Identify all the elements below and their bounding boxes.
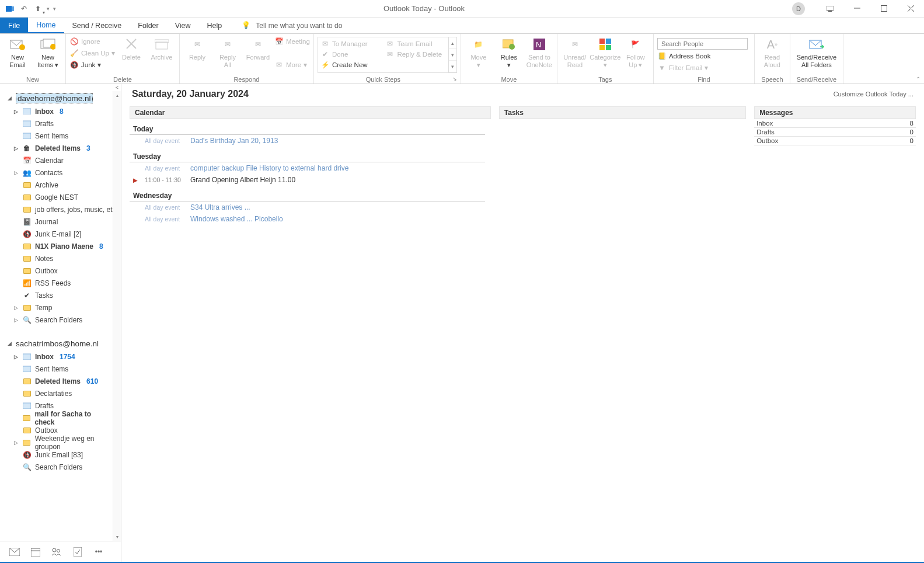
tab-view[interactable]: View bbox=[167, 18, 199, 33]
group-label-delete: Delete bbox=[69, 75, 176, 84]
forward-button[interactable]: ✉Forward bbox=[244, 35, 272, 61]
nav-collapse-icon[interactable]: < bbox=[116, 85, 118, 91]
folder-item[interactable]: Declartaties bbox=[0, 387, 121, 399]
message-summary-row[interactable]: Drafts0 bbox=[754, 128, 916, 137]
redo-icon[interactable]: ⬆▾ bbox=[33, 4, 43, 14]
folder-item[interactable]: 📶RSS Feeds bbox=[0, 277, 121, 289]
archive-icon bbox=[154, 36, 170, 53]
folder-item[interactable]: ▷Temp bbox=[0, 301, 121, 314]
folder-item[interactable]: Drafts bbox=[0, 117, 121, 130]
move-button[interactable]: 📁Move▾ bbox=[465, 35, 493, 68]
svg-rect-23 bbox=[599, 45, 605, 50]
folder-item[interactable]: Sent Items bbox=[0, 130, 121, 142]
reply-button[interactable]: ✉Reply bbox=[183, 35, 211, 61]
address-book-button[interactable]: 📒Address Book bbox=[657, 51, 751, 61]
calendar-event[interactable]: All day event Windows washed ... Picobel… bbox=[130, 213, 491, 225]
followup-button[interactable]: 🚩Follow Up ▾ bbox=[622, 35, 650, 68]
delete-button[interactable]: Delete bbox=[117, 35, 145, 61]
qs-reply-delete[interactable]: ✉Reply & Delete bbox=[385, 49, 446, 60]
folder-item[interactable]: ▷🗑Deleted Items3 bbox=[0, 142, 121, 154]
folder-item[interactable]: Google NEST bbox=[0, 191, 121, 203]
qat-drop-1[interactable]: ▾ bbox=[47, 6, 50, 12]
folder-item[interactable]: Deleted Items610 bbox=[0, 375, 121, 387]
folder-item[interactable]: ▷Weekendje weg en groupon bbox=[0, 436, 121, 449]
tab-home[interactable]: Home bbox=[28, 18, 64, 33]
ribbon-display-icon[interactable] bbox=[817, 0, 843, 18]
calendar-event[interactable]: All day event S34 Ultra arrives ... bbox=[130, 201, 491, 213]
qs-create-new[interactable]: ⚡Create New bbox=[320, 60, 381, 70]
send-receive-all-button[interactable]: Send/Receive All Folders bbox=[794, 35, 839, 68]
nav-scrollbar[interactable]: ▴ ▾ bbox=[113, 91, 121, 541]
tell-me-input[interactable]: 💡 Tell me what you want to do bbox=[242, 18, 342, 33]
folder-item[interactable]: Archive bbox=[0, 179, 121, 191]
nav-calendar-icon[interactable] bbox=[30, 547, 41, 557]
account-header[interactable]: ◢sachatrimbos@home.nl bbox=[0, 336, 121, 350]
read-aloud-button[interactable]: A»Read Aloud bbox=[758, 35, 786, 68]
rules-button[interactable]: Rules▾ bbox=[495, 35, 523, 68]
undo-icon[interactable]: ↶ bbox=[19, 4, 29, 14]
message-summary-row[interactable]: Inbox8 bbox=[754, 119, 916, 128]
search-people-input[interactable] bbox=[657, 38, 748, 50]
folder-item[interactable]: ✔Tasks bbox=[0, 289, 121, 301]
quicksteps-launcher-icon[interactable]: ↘ bbox=[452, 76, 457, 82]
ignore-button[interactable]: 🚫Ignore bbox=[69, 36, 115, 47]
tab-file[interactable]: File bbox=[0, 18, 28, 33]
folder-item[interactable]: 🔍Search Folders bbox=[0, 461, 121, 473]
meeting-button[interactable]: 📅Meeting bbox=[274, 36, 310, 47]
nav-tasks-icon[interactable] bbox=[72, 547, 83, 557]
folder-item[interactable]: Notes bbox=[0, 252, 121, 265]
message-summary-row[interactable]: Outbox0 bbox=[754, 137, 916, 145]
tab-help[interactable]: Help bbox=[199, 18, 231, 33]
qs-done[interactable]: ✔Done bbox=[320, 49, 381, 60]
collapse-ribbon-icon[interactable]: ⌃ bbox=[916, 76, 920, 82]
categorize-button[interactable]: Categorize▾ bbox=[591, 35, 619, 68]
svg-rect-26 bbox=[23, 109, 31, 114]
folder-item[interactable]: mail for Sacha to check1 bbox=[0, 412, 121, 424]
filter-email-button[interactable]: ▼Filter Email ▾ bbox=[657, 62, 751, 73]
folder-item[interactable]: ▷🔍Search Folders bbox=[0, 314, 121, 326]
group-label-tags: Tags bbox=[561, 75, 650, 84]
folder-item[interactable]: 📓Journal bbox=[0, 216, 121, 228]
folder-item[interactable]: ▷👥Contacts bbox=[0, 166, 121, 179]
calendar-event[interactable]: All day event Dad's Birthday Jan 20, 191… bbox=[130, 135, 491, 147]
scroll-up-icon[interactable]: ▴ bbox=[113, 91, 121, 99]
maximize-button[interactable] bbox=[870, 0, 897, 18]
nav-mail-icon[interactable] bbox=[9, 547, 20, 557]
nav-more-icon[interactable]: ••• bbox=[93, 547, 104, 557]
tab-send-receive[interactable]: Send / Receive bbox=[64, 18, 130, 33]
close-button[interactable] bbox=[897, 0, 924, 18]
tab-folder[interactable]: Folder bbox=[130, 18, 166, 33]
new-items-button[interactable]: New Items ▾ bbox=[34, 35, 62, 68]
account-header[interactable]: ◢davehorne@home.nl bbox=[0, 91, 121, 105]
folder-item[interactable]: Outbox bbox=[0, 265, 121, 277]
qs-team-email[interactable]: ✉Team Email bbox=[385, 39, 446, 49]
new-email-button[interactable]: New Email bbox=[4, 35, 32, 68]
customize-outlook-today[interactable]: Customize Outlook Today ... bbox=[834, 91, 913, 98]
minimize-button[interactable] bbox=[843, 0, 870, 18]
qat-outlook-icon[interactable] bbox=[5, 4, 15, 14]
quick-steps-scroll[interactable]: ▴▾▾ bbox=[449, 37, 457, 73]
qs-to-manager[interactable]: ✉To Manager bbox=[320, 39, 381, 49]
more-respond-button[interactable]: ✉More ▾ bbox=[274, 60, 310, 70]
folder-item[interactable]: N1X Piano Maene8 bbox=[0, 240, 121, 252]
quick-steps-gallery[interactable]: ✉To Manager ✔Done ⚡Create New ✉Team Emai… bbox=[318, 37, 449, 73]
folder-item[interactable]: job offers, jobs, music, etc. bbox=[0, 203, 121, 216]
onenote-button[interactable]: NSend to OneNote bbox=[525, 35, 553, 68]
filter-icon: ▼ bbox=[657, 63, 667, 72]
calendar-event[interactable]: ▶ 11:00 - 11:30 Grand Opening Albert Hei… bbox=[130, 174, 491, 186]
junk-button[interactable]: 🚯Junk ▾ bbox=[69, 60, 115, 70]
folder-item[interactable]: Sent Items bbox=[0, 363, 121, 375]
nav-people-icon[interactable] bbox=[51, 547, 62, 557]
more-icon: ✉ bbox=[274, 60, 284, 69]
archive-button[interactable]: Archive bbox=[148, 35, 176, 61]
unread-button[interactable]: ✉Unread/ Read bbox=[561, 35, 589, 68]
folder-item[interactable]: ▷Inbox1754 bbox=[0, 350, 121, 363]
scroll-down-icon[interactable]: ▾ bbox=[113, 533, 121, 541]
folder-item[interactable]: 🚯Junk E-mail [2] bbox=[0, 228, 121, 240]
calendar-event[interactable]: All day event computer backup File Histo… bbox=[130, 162, 491, 174]
folder-item[interactable]: 📅Calendar bbox=[0, 154, 121, 166]
cleanup-button[interactable]: 🧹Clean Up ▾ bbox=[69, 48, 115, 58]
folder-item[interactable]: ▷Inbox8 bbox=[0, 105, 121, 117]
reply-all-button[interactable]: ✉Reply All bbox=[214, 35, 242, 68]
account-avatar[interactable]: D bbox=[792, 2, 805, 15]
